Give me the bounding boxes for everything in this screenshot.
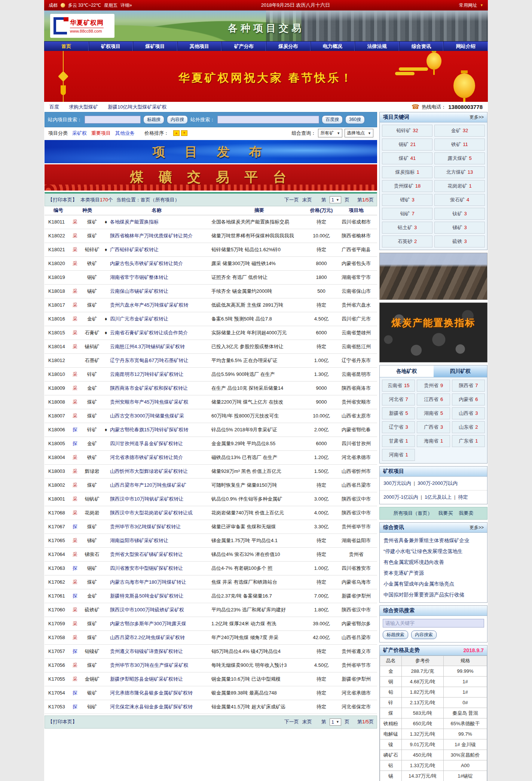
listing-name-link[interactable]: 四川甘孜州道孚县金矿探矿权转让 [110, 441, 183, 446]
province-link-14[interactable]: 广东省1 [452, 435, 485, 447]
keyword-link-0[interactable]: 铅锌矿32 [382, 125, 432, 137]
listing-name-link[interactable]: 湖南益阳市锑矿采矿权转让 [110, 538, 168, 543]
page-select[interactable]: 1 ▼ [330, 718, 341, 726]
keyword-link-2[interactable]: 铜矿21 [382, 139, 432, 151]
keyword-link-12[interactable]: 钼矿7 [382, 208, 432, 220]
news-link-5[interactable]: 中国拟对部分重要资源产品实行收储 [383, 589, 483, 600]
news-title-search-button[interactable]: 标题搜索 [383, 630, 408, 639]
keyword-link-4[interactable]: 煤矿41 [382, 152, 432, 164]
keyword-link-3[interactable]: 铁矿11 [434, 139, 485, 151]
quick-link-1[interactable]: 求购大型煤矿 [69, 104, 98, 110]
nav-item-9[interactable]: 网站介绍 [443, 42, 488, 51]
nav-item-3[interactable]: 其他项目 [177, 42, 222, 51]
province-link-3[interactable]: 河北省7 [382, 393, 415, 405]
listing-name-link[interactable]: 山西吕梁市2.2亿吨焦煤矿采矿权转 [110, 635, 185, 640]
site-search-input[interactable] [85, 116, 141, 124]
keyword-link-14[interactable]: 铝土矿3 [382, 222, 432, 234]
province-link-2[interactable]: 陕西省7 [452, 380, 485, 392]
province-link-9[interactable]: 辽宁省3 [382, 421, 415, 433]
province-link-8[interactable]: 山西省3 [452, 407, 485, 419]
keyword-link-9[interactable]: 花岗岩矿1 [434, 180, 485, 192]
listing-name-link[interactable]: 山西忻州市大型辉绿岩矿采矿权转让 [110, 468, 188, 474]
listing-name-link[interactable]: 新疆伊犁昭苏县金铜矿采矿权转让 [110, 676, 183, 682]
external-search-input[interactable] [217, 116, 319, 124]
common-sites-link[interactable]: 常用网址 [459, 2, 477, 9]
province-link-1[interactable]: 贵州省9 [417, 380, 450, 392]
listing-name-link[interactable]: 云南昆明市12万吨锌矿采矿权转让 [110, 371, 183, 377]
news-link-2[interactable]: 有色金属宏观环境趋向改善 [383, 557, 483, 568]
so360-search-button[interactable]: 360搜 [345, 115, 365, 124]
price-range-link[interactable]: 300万元以内 [383, 480, 411, 486]
nav-item-0[interactable]: 首页 [44, 42, 89, 51]
price-range-link[interactable]: 300万-2000万以内 [418, 480, 458, 486]
listing-name-link[interactable]: 河北承德市隆化县银多金属矿探矿权转 [110, 690, 193, 696]
listing-name-link[interactable]: 湖南省常宁市铜矿整体转让 [110, 274, 168, 280]
listing-name-link[interactable]: 河北保定涞水县钼金多金属矿探矿权转 [110, 704, 193, 709]
listing-name-link[interactable]: 内蒙古包头市铁矿采矿权转让简介 [110, 261, 183, 266]
listing-name-link[interactable]: 新疆特克斯县50吨金矿探矿权转让 [110, 593, 183, 599]
province-link-4[interactable]: 江西省6 [417, 393, 450, 405]
listing-name-link[interactable]: 贵州省大型萤石矿锑矿采矿权转让 [110, 551, 183, 557]
listing-name-link[interactable]: 云南怒江州4.3万吨锡钨矿采矿权转 [110, 344, 185, 349]
news-content-search-button[interactable]: 内容搜索 [411, 630, 437, 639]
listing-name-link[interactable]: 贵州遵义市钼镍矿详查探矿权转让 [110, 648, 183, 654]
next-page-link[interactable]: 下一页 [284, 197, 299, 203]
listing-name-link[interactable]: 内蒙古鄂伦春旗15万吨锌矿探矿权转 [110, 427, 188, 432]
province-link-10[interactable]: 广西省3 [417, 421, 450, 433]
content-search-button[interactable]: 内容搜 [167, 115, 188, 124]
keyword-link-13[interactable]: 钛矿3 [434, 208, 485, 220]
project-nav-link-2[interactable]: 我要卖 [459, 510, 474, 517]
quick-link-2[interactable]: 新疆10亿吨大型煤矿采矿权 [108, 104, 166, 110]
keyword-link-16[interactable]: 石英砂2 [382, 235, 432, 247]
listing-name-link[interactable]: 陕西省榆林年产万吨优质煤矿转让简介 [110, 233, 193, 238]
keyword-link-15[interactable]: 锑矿3 [434, 222, 485, 234]
nav-item-4[interactable]: 矿产分布 [221, 42, 266, 51]
news-link-1[interactable]: “停建小水电”让绿色发展理念落地生 [383, 546, 483, 557]
title-search-button[interactable]: 标题搜 [143, 115, 164, 124]
weather-detail-link[interactable]: 详细» [120, 2, 132, 9]
listing-name-link[interactable]: 云南保山市锡矿采矿权转让 [110, 288, 168, 294]
province-link-13[interactable]: 海南省1 [417, 435, 450, 447]
print-page-link[interactable]: 【打印本页】 [48, 197, 77, 203]
news-link-0[interactable]: 贵州省具备兼并重组主体资格煤矿企业 [383, 535, 483, 546]
price-range-link[interactable]: 待定 [458, 494, 468, 500]
listing-name-link[interactable]: 贵州六盘水年产45万吨煤矿采矿权转 [110, 302, 188, 308]
listing-name-link[interactable]: 河北省承德市铁矿采矿权转让简介 [110, 455, 183, 460]
nav-item-1[interactable]: 矿权项目 [89, 42, 133, 51]
listing-name-link[interactable]: 山西古交市3000万吨储量焦煤矿采 [110, 413, 184, 419]
province-link-15[interactable]: 河南省1 [382, 449, 415, 461]
location-select[interactable]: 选择地点 ▼ [345, 129, 373, 137]
keywords-more-link[interactable]: 更多>> [470, 114, 484, 121]
province-link-0[interactable]: 云南省15 [382, 380, 415, 392]
listing-name-link[interactable]: 广西铅锌矿采矿权转让 [110, 247, 159, 252]
page-select[interactable]: 1 ▼ [330, 196, 341, 203]
province-link-12[interactable]: 甘肃省1 [382, 435, 415, 447]
listing-name-link[interactable]: 陕西汉中市10万吨钒矿采矿权转让 [110, 496, 183, 502]
last-page-link[interactable]: 末页 [302, 718, 312, 725]
news-link-4[interactable]: 小金属有望成年内金属市场亮点 [383, 578, 483, 589]
mining-right-filter-link[interactable]: 采矿权 [72, 130, 87, 137]
province-link-6[interactable]: 新疆省5 [382, 407, 415, 419]
nav-item-6[interactable]: 电力概况 [311, 42, 355, 51]
sort-descending-button[interactable]: ▼ [181, 130, 187, 136]
sort-ascending-button[interactable]: ▲ [173, 130, 180, 136]
listing-name-link[interactable]: 山西吕梁市年产120万吨焦煤矿采矿 [110, 482, 186, 488]
news-link-3[interactable]: 资本竞逐矿产资源 [383, 568, 483, 578]
listing-name-link[interactable]: 陕西商洛市金矿采矿权和探矿权转让 [110, 385, 188, 391]
price-range-link[interactable]: 2000万-1亿以内 [383, 494, 418, 500]
coal-indicator-banner[interactable]: 煤炭产能置换指标 [379, 303, 487, 362]
quick-link-0[interactable]: 百度 [49, 104, 59, 110]
tab-all-regions[interactable]: 各地矿权 [380, 365, 434, 377]
news-more-link[interactable]: 更多>> [470, 525, 484, 531]
keyword-link-5[interactable]: 露天煤矿5 [434, 152, 485, 164]
nav-item-7[interactable]: 法律法规 [355, 42, 399, 51]
keyword-link-11[interactable]: 萤石矿4 [434, 194, 485, 206]
mineral-type-select[interactable]: 所有矿 ▼ [318, 129, 342, 137]
listing-name-link[interactable]: 内蒙古鄂尔多斯年产300万吨露天煤 [110, 621, 186, 626]
baidu-search-button[interactable]: 百度搜 [322, 115, 343, 124]
listing-name-link[interactable]: 四川省雅安市中型铜矿探矿权转让 [110, 565, 183, 571]
province-link-5[interactable]: 内蒙省6 [452, 393, 485, 405]
keyword-link-1[interactable]: 金矿32 [434, 125, 485, 137]
keyword-link-8[interactable]: 贵州煤矿18 [382, 180, 432, 192]
keyword-link-17[interactable]: 硫铁3 [434, 235, 485, 247]
